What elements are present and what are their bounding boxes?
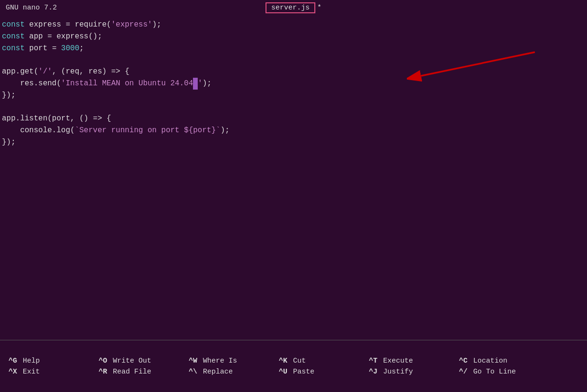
code-line-5: app.get('/', (req, res) => { xyxy=(2,66,585,78)
modified-indicator: * xyxy=(317,4,321,12)
code-line-4 xyxy=(2,54,585,66)
key-ctrl-x: ^X xyxy=(9,368,23,376)
code-line-1: const express = require('express'); xyxy=(2,19,585,31)
label-whereis: Where Is xyxy=(203,357,237,365)
label-justify: Justify xyxy=(383,368,413,376)
filename: server.js xyxy=(266,2,315,13)
shortcut-bar: ^G Help ^X Exit ^O Write Out ^R Read Fil… xyxy=(0,340,587,392)
label-writeout: Write Out xyxy=(113,357,151,365)
key-ctrl-o: ^O xyxy=(99,357,113,365)
shortcut-group-6: ^C Location ^/ Go To Line xyxy=(450,340,541,392)
shortcut-whereis[interactable]: ^W Where Is xyxy=(189,357,270,365)
shortcut-readfile[interactable]: ^R Read File xyxy=(99,368,180,376)
label-gotoline: Go To Line xyxy=(473,368,516,376)
code-line-7: }); xyxy=(2,90,585,101)
shortcut-cut[interactable]: ^K Cut xyxy=(279,357,360,365)
code-line-8 xyxy=(2,101,585,113)
shortcut-location[interactable]: ^C Location xyxy=(459,357,541,365)
key-ctrl-k: ^K xyxy=(279,357,293,365)
code-line-10: console.log(`Server running on port ${po… xyxy=(2,125,585,137)
shortcut-paste[interactable]: ^U Paste xyxy=(279,368,360,376)
key-ctrl-c: ^C xyxy=(459,357,473,365)
app-name: GNU nano 7.2 xyxy=(6,4,57,12)
key-ctrl-t: ^T xyxy=(369,357,383,365)
key-ctrl-r: ^R xyxy=(99,368,113,376)
key-ctrl-backslash: ^\ xyxy=(189,368,203,376)
label-cut: Cut xyxy=(293,357,306,365)
editor-area[interactable]: const express = require('express'); cons… xyxy=(0,15,587,340)
filename-box: server.js* xyxy=(266,2,321,13)
shortcut-group-4: ^K Cut ^U Paste xyxy=(270,340,360,392)
code-line-6: res.send('Install MEAN on Ubuntu 24.04 '… xyxy=(2,78,585,90)
key-ctrl-w: ^W xyxy=(189,357,203,365)
label-paste: Paste xyxy=(293,368,314,376)
shortcut-exit[interactable]: ^X Exit xyxy=(9,368,90,376)
label-execute: Execute xyxy=(383,357,413,365)
key-ctrl-g: ^G xyxy=(9,357,23,365)
shortcut-justify[interactable]: ^J Justify xyxy=(369,368,450,376)
shortcut-group-2: ^O Write Out ^R Read File xyxy=(90,340,180,392)
shortcut-gotoline[interactable]: ^/ Go To Line xyxy=(459,368,541,376)
key-ctrl-u: ^U xyxy=(279,368,293,376)
shortcut-group-5: ^T Execute ^J Justify xyxy=(360,340,450,392)
label-exit: Exit xyxy=(23,368,40,376)
key-ctrl-slash: ^/ xyxy=(459,368,473,376)
label-readfile: Read File xyxy=(113,368,151,376)
titlebar: GNU nano 7.2 server.js* xyxy=(0,0,587,15)
shortcut-help[interactable]: ^G Help xyxy=(9,357,90,365)
code-line-3: const port = 3000; xyxy=(2,43,585,55)
label-location: Location xyxy=(473,357,507,365)
shortcut-writeout[interactable]: ^O Write Out xyxy=(99,357,180,365)
label-replace: Replace xyxy=(203,368,233,376)
code-line-9: app.listen(port, () => { xyxy=(2,113,585,125)
shortcut-execute[interactable]: ^T Execute xyxy=(369,357,450,365)
label-help: Help xyxy=(23,357,40,365)
key-ctrl-j: ^J xyxy=(369,368,383,376)
code-line-11: }); xyxy=(2,137,585,148)
shortcut-group-1: ^G Help ^X Exit xyxy=(0,340,90,392)
code-line-2: const app = express(); xyxy=(2,31,585,43)
shortcut-group-3: ^W Where Is ^\ Replace xyxy=(180,340,270,392)
shortcut-replace[interactable]: ^\ Replace xyxy=(189,368,270,376)
